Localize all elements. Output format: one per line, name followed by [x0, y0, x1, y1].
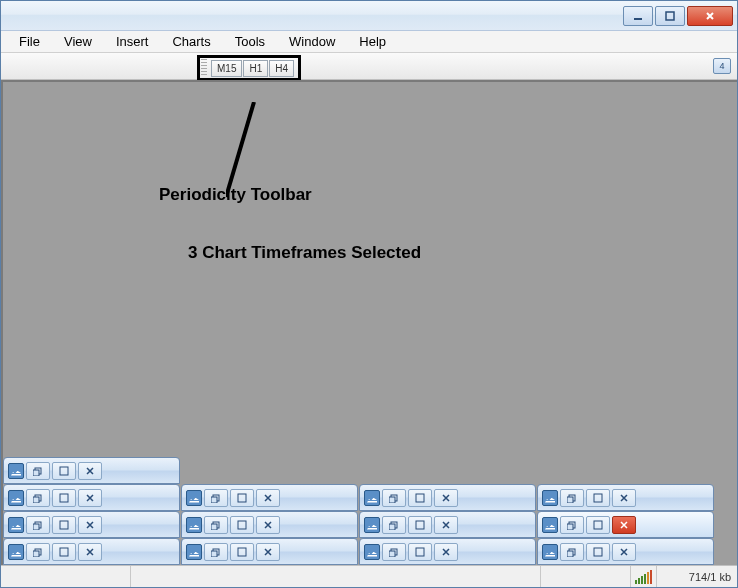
- mini-restore-button[interactable]: [204, 543, 228, 561]
- mini-restore-button[interactable]: [204, 489, 228, 507]
- timeframe-h1-button[interactable]: H1: [243, 60, 268, 77]
- svg-rect-11: [238, 494, 246, 502]
- mini-maximize-button[interactable]: [586, 489, 610, 507]
- chart-icon: [8, 490, 24, 506]
- mini-maximize-button[interactable]: [52, 543, 76, 561]
- mini-close-button[interactable]: [434, 543, 458, 561]
- mini-maximize-button[interactable]: [52, 516, 76, 534]
- signal-bars-icon: [631, 570, 656, 584]
- svg-rect-28: [567, 524, 573, 530]
- mini-close-button[interactable]: [78, 462, 102, 480]
- svg-rect-31: [33, 551, 39, 557]
- mini-restore-button[interactable]: [26, 516, 50, 534]
- minimized-chart[interactable]: [537, 484, 714, 511]
- minimized-chart-active[interactable]: [537, 511, 714, 538]
- periodicity-toolbar[interactable]: M15 H1 H4: [197, 55, 301, 81]
- minimized-chart[interactable]: [181, 511, 358, 538]
- svg-rect-5: [60, 467, 68, 475]
- mini-restore-button[interactable]: [560, 543, 584, 561]
- mini-maximize-button[interactable]: [52, 462, 76, 480]
- minimized-chart[interactable]: [537, 538, 714, 565]
- mini-close-button[interactable]: [256, 516, 280, 534]
- close-button[interactable]: [687, 6, 733, 26]
- mini-close-button[interactable]: [78, 543, 102, 561]
- mini-close-button[interactable]: [256, 489, 280, 507]
- mini-close-button[interactable]: [256, 543, 280, 561]
- chart-icon: [364, 517, 380, 533]
- mini-restore-button[interactable]: [560, 516, 584, 534]
- menu-view[interactable]: View: [54, 32, 102, 51]
- chart-icon: [8, 544, 24, 560]
- mini-maximize-button[interactable]: [52, 489, 76, 507]
- connection-indicator[interactable]: [631, 566, 657, 587]
- menu-charts[interactable]: Charts: [162, 32, 220, 51]
- mini-close-button[interactable]: [434, 489, 458, 507]
- mini-restore-button[interactable]: [382, 489, 406, 507]
- svg-rect-17: [594, 494, 602, 502]
- annotation-label-2: 3 Chart Timeframes Selected: [188, 243, 421, 263]
- menu-insert[interactable]: Insert: [106, 32, 159, 51]
- mini-restore-button[interactable]: [26, 462, 50, 480]
- app-window: File View Insert Charts Tools Window Hel…: [0, 0, 738, 588]
- menu-file[interactable]: File: [9, 32, 50, 51]
- mini-maximize-button[interactable]: [408, 516, 432, 534]
- menu-help[interactable]: Help: [349, 32, 396, 51]
- minimized-chart[interactable]: [3, 484, 180, 511]
- menu-tools[interactable]: Tools: [225, 32, 275, 51]
- mini-maximize-button[interactable]: [586, 516, 610, 534]
- timeframe-m15-button[interactable]: M15: [211, 60, 242, 77]
- minimized-chart[interactable]: [3, 538, 180, 565]
- minimized-chart[interactable]: [3, 457, 180, 484]
- mini-maximize-button[interactable]: [230, 543, 254, 561]
- mini-maximize-button[interactable]: [586, 543, 610, 561]
- mini-restore-button[interactable]: [26, 489, 50, 507]
- mini-maximize-button[interactable]: [230, 516, 254, 534]
- mini-restore-button[interactable]: [382, 543, 406, 561]
- svg-rect-13: [389, 497, 395, 503]
- notifications-badge[interactable]: 4: [713, 58, 731, 74]
- mini-close-button[interactable]: [612, 516, 636, 534]
- window-controls: [623, 6, 733, 26]
- minimized-chart[interactable]: [359, 538, 536, 565]
- mini-maximize-button[interactable]: [230, 489, 254, 507]
- svg-rect-40: [567, 551, 573, 557]
- svg-rect-0: [634, 18, 642, 20]
- minimized-chart[interactable]: [359, 484, 536, 511]
- chart-icon: [186, 490, 202, 506]
- minimized-chart[interactable]: [181, 484, 358, 511]
- mini-restore-button[interactable]: [560, 489, 584, 507]
- mini-close-button[interactable]: [78, 516, 102, 534]
- svg-rect-41: [594, 548, 602, 556]
- minimized-chart[interactable]: [181, 538, 358, 565]
- mini-close-button[interactable]: [612, 543, 636, 561]
- svg-rect-10: [211, 497, 217, 503]
- annotation-label-1: Periodicity Toolbar: [159, 185, 312, 205]
- mini-close-button[interactable]: [434, 516, 458, 534]
- svg-rect-38: [416, 548, 424, 556]
- menu-window[interactable]: Window: [279, 32, 345, 51]
- toolbar-grip-icon[interactable]: [201, 59, 207, 77]
- svg-rect-25: [389, 524, 395, 530]
- menu-bar: File View Insert Charts Tools Window Hel…: [1, 31, 737, 53]
- mini-restore-button[interactable]: [382, 516, 406, 534]
- mini-maximize-button[interactable]: [408, 489, 432, 507]
- mini-close-button[interactable]: [78, 489, 102, 507]
- mini-restore-button[interactable]: [26, 543, 50, 561]
- svg-rect-14: [416, 494, 424, 502]
- svg-rect-20: [60, 521, 68, 529]
- timeframe-h4-button[interactable]: H4: [269, 60, 294, 77]
- mini-restore-button[interactable]: [204, 516, 228, 534]
- svg-rect-37: [389, 551, 395, 557]
- minimized-chart[interactable]: [3, 511, 180, 538]
- minimize-button[interactable]: [623, 6, 653, 26]
- minimized-chart[interactable]: [359, 511, 536, 538]
- chart-icon: [542, 544, 558, 560]
- mini-close-button[interactable]: [612, 489, 636, 507]
- connection-stats: 714/1 kb: [657, 566, 737, 587]
- chart-icon: [186, 517, 202, 533]
- mini-maximize-button[interactable]: [408, 543, 432, 561]
- svg-rect-35: [238, 548, 246, 556]
- status-bar: 714/1 kb: [1, 565, 737, 587]
- maximize-button[interactable]: [655, 6, 685, 26]
- chart-icon: [8, 517, 24, 533]
